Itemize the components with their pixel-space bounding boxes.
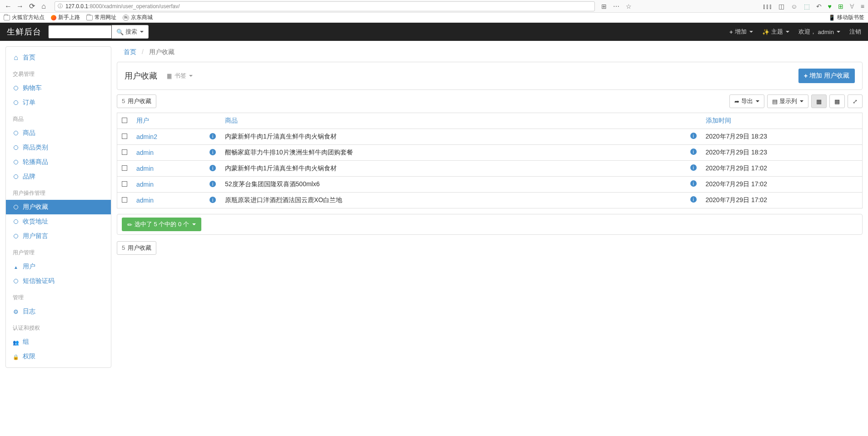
sidebar-item-brand[interactable]: 品牌 — [6, 169, 111, 184]
sidebar-item-goods[interactable]: 商品 — [6, 126, 111, 140]
sidebar-item-sms[interactable]: 短信验证码 — [6, 274, 111, 288]
col-time-label: 添加时间 — [706, 117, 731, 124]
caret-icon — [749, 31, 753, 33]
info-icon[interactable]: i — [210, 133, 216, 139]
add-userfav-button[interactable]: 增加 用户收藏 — [798, 69, 855, 83]
sidebar-item-userfav[interactable]: 用户收藏 — [6, 200, 111, 214]
bookmark-item[interactable]: 新手上路 — [51, 14, 80, 21]
sidebar-icon[interactable]: ◫ — [778, 3, 784, 10]
info-icon[interactable]: i — [690, 149, 697, 155]
info-icon[interactable]: i — [210, 149, 216, 155]
count-number: 5 — [122, 98, 125, 104]
firefox-icon — [51, 15, 56, 20]
sidebar-item-cart[interactable]: 购物车 — [6, 81, 111, 95]
sidebar-section: 商品 — [6, 113, 111, 126]
home-button[interactable]: ⌂ — [39, 2, 48, 11]
user-link[interactable]: admin — [136, 149, 154, 156]
account-icon[interactable]: ☺ — [791, 3, 797, 10]
export-icon — [734, 98, 739, 105]
action-bar: 选中了 5 个中的 0 个 — [117, 214, 863, 235]
row-checkbox[interactable] — [122, 181, 127, 187]
info-icon[interactable]: i — [690, 196, 697, 203]
row-check-cell — [117, 193, 132, 208]
add-menu[interactable]: 增加 — [729, 28, 753, 36]
info-icon[interactable]: i — [210, 165, 216, 171]
menu-icon[interactable]: ≡ — [861, 3, 864, 10]
info-icon[interactable]: i — [690, 133, 697, 139]
info-icon[interactable]: i — [210, 181, 216, 187]
user-icon — [13, 263, 19, 270]
columns-button[interactable]: 显示列 — [767, 94, 808, 108]
reload-button[interactable]: ⟳ — [27, 2, 36, 11]
add-button-label: 增加 用户收藏 — [809, 72, 849, 80]
shield-icon[interactable]: ♥ — [828, 3, 832, 10]
sidebar-item-home[interactable]: 首页 — [6, 50, 111, 65]
ext4-icon[interactable]: ∀ — [850, 3, 854, 10]
sidebar-item-group[interactable]: 组 — [6, 335, 111, 349]
library-icon[interactable]: ⫿⫿⫿ — [763, 3, 772, 10]
bookmark-menu[interactable]: 书签 — [166, 72, 193, 80]
sidebar-item-user[interactable]: 用户 — [6, 259, 111, 274]
sidebar-item-usermsg[interactable]: 用户留言 — [6, 229, 111, 243]
select-all-checkbox[interactable] — [122, 118, 127, 123]
row-checkbox[interactable] — [122, 134, 127, 139]
row-checkbox[interactable] — [122, 165, 127, 171]
theme-menu[interactable]: ✨主题 — [762, 28, 789, 36]
brand[interactable]: 生鲜后台 — [7, 26, 41, 37]
magic-icon: ✨ — [762, 29, 769, 35]
address-bar[interactable]: ⓘ 127.0.0.1:8000/xadmin/user_operation/u… — [55, 1, 595, 11]
sidebar-item-order[interactable]: 订单 — [6, 95, 111, 110]
row-checkbox[interactable] — [122, 197, 127, 203]
user-link[interactable]: admin — [136, 197, 154, 204]
bookmark-item[interactable]: 狗京东商城 — [123, 14, 153, 21]
col-goods-header[interactable]: 商品 — [220, 113, 701, 129]
sidebar-item-label: 收货地址 — [23, 218, 48, 226]
sidebar-item-label: 用户收藏 — [23, 203, 48, 211]
col-time-header[interactable]: 添加时间 — [701, 113, 863, 129]
info-icon[interactable]: i — [690, 180, 697, 187]
sidebar-item-log[interactable]: 日志 — [6, 304, 111, 319]
row-checkbox[interactable] — [122, 149, 127, 155]
sidebar-section: 交易管理 — [6, 68, 111, 81]
search-button[interactable]: 🔍搜索 — [112, 25, 149, 39]
bulk-action-button[interactable]: 选中了 5 个中的 0 个 — [122, 218, 201, 231]
ext3-icon[interactable]: ⊞ — [838, 3, 843, 10]
more-icon[interactable]: ⋯ — [613, 3, 619, 10]
back-button[interactable]: ← — [4, 2, 13, 11]
info-icon[interactable]: i — [690, 164, 697, 171]
page-title: 用户收藏 — [125, 70, 157, 81]
user-link[interactable]: admin — [136, 181, 154, 188]
ext1-icon[interactable]: ⬚ — [804, 3, 810, 10]
grid2-icon — [834, 98, 840, 105]
export-button[interactable]: 导出 — [729, 94, 764, 108]
breadcrumb-home[interactable]: 首页 — [124, 48, 136, 55]
sidebar-item-goodscat[interactable]: 商品类别 — [6, 140, 111, 155]
bookmark-item[interactable]: 火狐官方站点 — [4, 14, 45, 21]
bookmark-item[interactable]: 常用网址 — [86, 14, 116, 21]
table-row: admini内蒙新鲜牛肉1斤清真生鲜牛肉火锅食材i2020年7月29日 17:0… — [117, 161, 863, 177]
forward-button[interactable]: → — [15, 2, 25, 11]
user-menu[interactable]: 欢迎，admin — [798, 28, 840, 36]
user-link[interactable]: admin — [136, 165, 154, 172]
home-icon — [13, 54, 19, 62]
sidebar-item-carousel[interactable]: 轮播商品 — [6, 155, 111, 169]
info-icon[interactable]: i — [210, 197, 216, 203]
row-check-cell — [117, 177, 132, 193]
view-grid-button[interactable] — [811, 94, 827, 108]
mobile-bookmarks[interactable]: 📱移动版书签 — [828, 14, 864, 21]
col-user-header[interactable]: 用户 — [132, 113, 220, 129]
search-input[interactable] — [48, 25, 112, 39]
sidebar-item-perm[interactable]: 权限 — [6, 349, 111, 364]
row-check-cell — [117, 161, 132, 177]
view-grid2-button[interactable] — [829, 94, 845, 108]
qr-icon[interactable]: ⊞ — [601, 3, 607, 10]
sidebar-item-useraddr[interactable]: 收货地址 — [6, 214, 111, 229]
site-info-icon[interactable]: ⓘ — [58, 3, 63, 10]
caret-icon — [837, 31, 840, 33]
cell-time: 2020年7月29日 17:02 — [701, 161, 863, 177]
ext2-icon[interactable]: ↶ — [816, 3, 822, 10]
bookmark-star-icon[interactable]: ☆ — [626, 3, 632, 10]
logout-link[interactable]: 注销 — [849, 28, 861, 36]
user-link[interactable]: admin2 — [136, 133, 157, 140]
fullscreen-button[interactable] — [848, 94, 863, 108]
